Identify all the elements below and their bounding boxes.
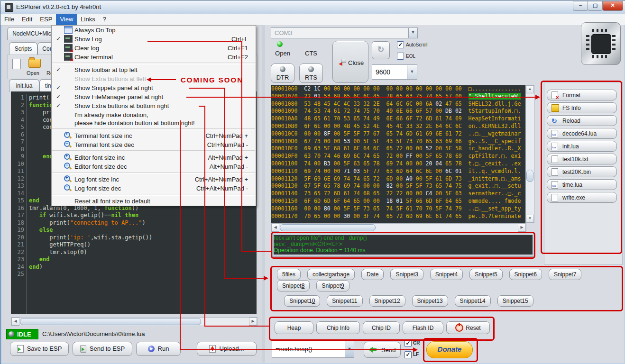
rts-button[interactable]: RTS — [299, 64, 323, 83]
rts-led-icon — [308, 66, 314, 72]
button-label: Save to ESP — [27, 342, 62, 355]
button-run[interactable]: Run — [136, 342, 181, 356]
menu-edit[interactable]: Edit — [18, 14, 36, 25]
code-line: print('ip: ',wifi.sta.getip()) — [29, 234, 169, 242]
scroll-up-icon[interactable]: ▲ — [526, 85, 534, 93]
hex-address: 00001130 — [271, 182, 304, 189]
button-label: Run — [158, 342, 169, 355]
terminal-vscrollbar[interactable]: ▲ ▼ — [525, 85, 534, 223]
open-folder-icon[interactable] — [28, 59, 41, 68]
menu-item-label: please hide dontation button at bottom r… — [74, 119, 195, 127]
scroll-thumb[interactable] — [20, 318, 201, 325]
hex-ascii: tStartupInfoW.□. — [469, 108, 521, 114]
terminal-row: 000010C0 00 00 8F 00 5F 5F 77 67 65 74 6… — [271, 130, 525, 138]
menu-item-label: I'm already make donation, — [74, 111, 148, 118]
maximize-button[interactable]: ▢ — [588, 1, 603, 11]
close-port-button[interactable]: Close — [332, 41, 368, 83]
autoscroll-label: AutoScroll — [406, 42, 428, 47]
menu-[interactable]: ? — [99, 14, 110, 25]
send-to-esp-icon — [80, 345, 86, 353]
annotation-line-showlog — [147, 41, 242, 42]
scroll-right-icon[interactable]: ▶ — [249, 318, 257, 326]
baud-rate-select[interactable]: 9600 ▼ — [372, 64, 417, 80]
annotation-arrow-snippets — [264, 276, 268, 281]
line-number: 5 — [11, 124, 24, 131]
hex-address: 00001100 — [271, 160, 304, 167]
annotation-line-snippets-h2 — [224, 278, 265, 279]
code-line: end) — [29, 264, 169, 271]
status-led-icon — [9, 331, 14, 337]
line-number: 24 — [11, 264, 24, 271]
annotation-line-showlog-v — [241, 41, 242, 252]
dtr-led-icon — [280, 66, 285, 72]
open-label[interactable]: Open — [27, 70, 39, 76]
hex-address: 000010F0 — [271, 153, 304, 159]
refresh-ports-button[interactable]: ↻ — [372, 41, 390, 59]
open-indicator[interactable] — [277, 41, 283, 47]
menu-item-show-toolbar-at-top-left[interactable]: ✓Show toolbar at top left — [52, 65, 256, 74]
line-number: 12 — [11, 175, 24, 183]
terminal-row: 00001140 73 65 72 6D 61 74 68 65 72 72 0… — [271, 190, 525, 198]
menu-item-show-log[interactable]: ✓Show LogCtrl+L — [52, 35, 256, 44]
dtr-button[interactable]: DTR — [271, 64, 294, 83]
check-icon: ✓ — [56, 102, 61, 109]
menu-item-shortcut: Ctrl+F1 — [228, 45, 248, 52]
close-button[interactable]: ✕ — [602, 1, 623, 11]
menu-item-label: Show FileManager panel at right — [74, 93, 163, 100]
lf-checkbox[interactable]: ✓ — [404, 351, 412, 358]
menu-item-label: Clear log — [74, 45, 99, 52]
button-save-to-esp[interactable]: Save to ESP — [10, 342, 69, 356]
minimize-button[interactable]: – — [573, 1, 588, 11]
scroll-thumb[interactable] — [526, 170, 533, 182]
menu-item-always-on-top[interactable]: Always On Top — [52, 26, 256, 35]
scroll-right-icon[interactable]: ▶ — [518, 224, 526, 232]
line-number: 25 — [11, 271, 24, 278]
hex-address: 00001070 — [271, 93, 304, 100]
scroll-thumb[interactable] — [280, 224, 376, 231]
line-number: 7 — [11, 138, 24, 146]
hex-address: 000010E0 — [271, 145, 304, 152]
annotation-box-files — [541, 81, 622, 254]
button-send-to-esp[interactable]: Send to ESP — [73, 342, 132, 356]
line-number: 23 — [11, 256, 24, 264]
line-number: 11 — [11, 168, 24, 175]
menu-item-clear-terminal[interactable]: Clear terminalCtrl+F2 — [52, 53, 256, 62]
hex-ascii: cptFilter.□._exi — [469, 153, 521, 159]
menu-file[interactable]: File — [0, 14, 18, 25]
new-file-icon[interactable] — [12, 59, 21, 69]
editor-tab-init[interactable]: init.lua — [9, 79, 39, 92]
terminal-hscrollbar[interactable]: ◀ ▶ — [271, 223, 526, 232]
chevron-down-icon[interactable]: ▼ — [408, 28, 417, 38]
menu-item-clear-log[interactable]: Clear logCtrl+F1 — [52, 44, 256, 53]
window-title: ESPlorer v0.2.0-rc1 by 4refr0nt — [16, 3, 101, 10]
esplorer-window: ESPlorer v0.2.0-rc1 by 4refr0nt – ▢ ✕ Fi… — [0, 0, 625, 364]
menu-view[interactable]: View — [56, 14, 77, 25]
open-label[interactable]: Open — [272, 50, 294, 57]
lf-label: LF — [413, 352, 419, 357]
scroll-left-icon[interactable]: ◀ — [271, 224, 279, 232]
scroll-left-icon[interactable]: ◀ — [11, 318, 19, 326]
scroll-down-icon[interactable]: ▼ — [526, 215, 534, 223]
com-port-select[interactable]: COM3 ▼ — [271, 27, 418, 38]
zoom-out-icon: − — [64, 163, 72, 170]
menu-item-shortcut: Ctrl+F2 — [228, 54, 248, 61]
autoscroll-checkbox[interactable]: ✓ — [397, 41, 404, 48]
check-icon: ✓ — [56, 93, 61, 100]
annotation-line-extra-h2 — [204, 326, 269, 327]
annotation-box-log — [271, 232, 535, 259]
line-numbers: 1234567891011121314151617181920212223242… — [11, 94, 27, 314]
menu-item-label: Show Extra buttons at lleft — [74, 75, 146, 82]
serial-terminal[interactable]: 00001060 C2 1C 00 00 00 00 00 00 00 00 0… — [271, 85, 526, 223]
hex-ascii: ..□.__wgetmainar — [469, 130, 521, 137]
line-number: 9 — [11, 153, 24, 161]
app-icon — [5, 3, 13, 12]
chevron-down-icon[interactable]: ▼ — [407, 65, 417, 79]
menu-esp[interactable]: ESP — [36, 14, 56, 25]
code-line: tmr.stop(0) — [29, 249, 169, 256]
menu-links[interactable]: Links — [77, 14, 99, 25]
editor-hscrollbar[interactable]: ◀ ▶ — [11, 317, 257, 326]
eol-checkbox[interactable] — [397, 53, 404, 60]
cr-checkbox[interactable]: ✓ — [404, 340, 412, 347]
tab-scripts[interactable]: Scripts — [9, 42, 37, 55]
button-upload-[interactable]: Upload... — [197, 342, 257, 356]
